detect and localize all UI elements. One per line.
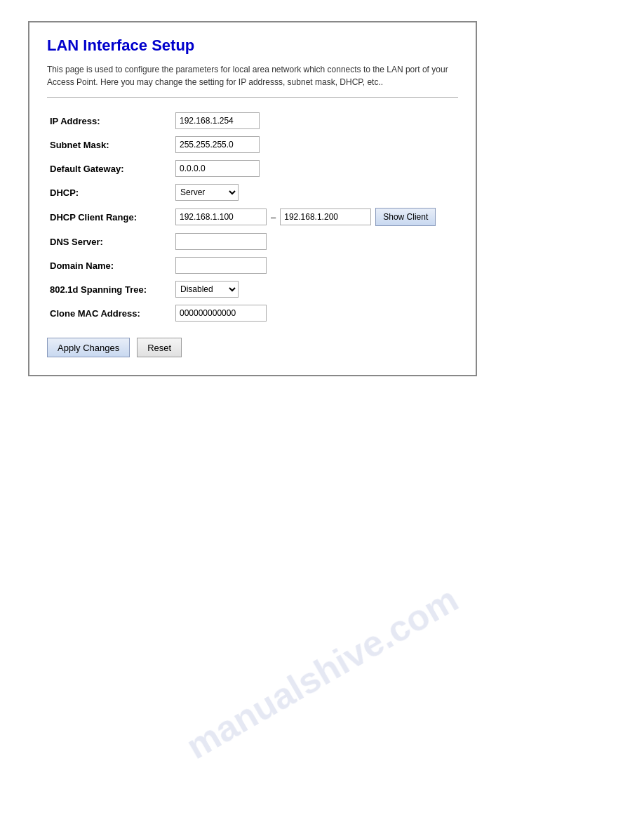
show-client-button[interactable]: Show Client	[375, 208, 436, 226]
default-gateway-label: Default Gateway:	[47, 157, 170, 180]
dhcp-label: DHCP:	[47, 180, 170, 204]
reset-button[interactable]: Reset	[137, 338, 182, 357]
dhcp-client-range-label: DHCP Client Range:	[47, 204, 170, 230]
action-buttons: Apply Changes Reset	[47, 338, 458, 357]
divider	[47, 97, 458, 98]
dhcp-range-container: – Show Client	[175, 208, 455, 226]
page-title: LAN Interface Setup	[47, 37, 458, 55]
clone-mac-label: Clone MAC Address:	[47, 301, 170, 325]
dhcp-client-range-row: DHCP Client Range: – Show Client	[47, 204, 458, 230]
dns-server-label: DNS Server:	[47, 230, 170, 253]
clone-mac-input[interactable]	[175, 305, 267, 322]
spanning-tree-select[interactable]: Disabled Enabled	[175, 281, 239, 298]
ip-address-input[interactable]	[175, 112, 260, 129]
domain-name-label: Domain Name:	[47, 253, 170, 277]
spanning-tree-row: 802.1d Spanning Tree: Disabled Enabled	[47, 277, 458, 301]
dns-server-input[interactable]	[175, 233, 267, 250]
default-gateway-input[interactable]	[175, 160, 260, 177]
ip-address-row: IP Address:	[47, 109, 458, 133]
subnet-mask-input[interactable]	[175, 136, 260, 153]
dhcp-select[interactable]: Server Client Disabled	[175, 184, 239, 201]
default-gateway-row: Default Gateway:	[47, 157, 458, 180]
dhcp-range-end-input[interactable]	[280, 208, 371, 225]
watermark: manualshive.com	[179, 578, 465, 767]
lan-interface-card: LAN Interface Setup This page is used to…	[28, 21, 477, 376]
settings-form: IP Address: Subnet Mask: Default Gateway…	[47, 109, 458, 325]
spanning-tree-label: 802.1d Spanning Tree:	[47, 277, 170, 301]
dns-server-row: DNS Server:	[47, 230, 458, 253]
subnet-mask-row: Subnet Mask:	[47, 133, 458, 157]
page-description: This page is used to configure the param…	[47, 63, 458, 88]
domain-name-input[interactable]	[175, 257, 267, 274]
dhcp-row: DHCP: Server Client Disabled	[47, 180, 458, 204]
ip-address-label: IP Address:	[47, 109, 170, 133]
domain-name-row: Domain Name:	[47, 253, 458, 277]
range-dash: –	[271, 212, 276, 223]
subnet-mask-label: Subnet Mask:	[47, 133, 170, 157]
apply-changes-button[interactable]: Apply Changes	[47, 338, 130, 357]
clone-mac-row: Clone MAC Address:	[47, 301, 458, 325]
dhcp-range-start-input[interactable]	[175, 208, 267, 225]
